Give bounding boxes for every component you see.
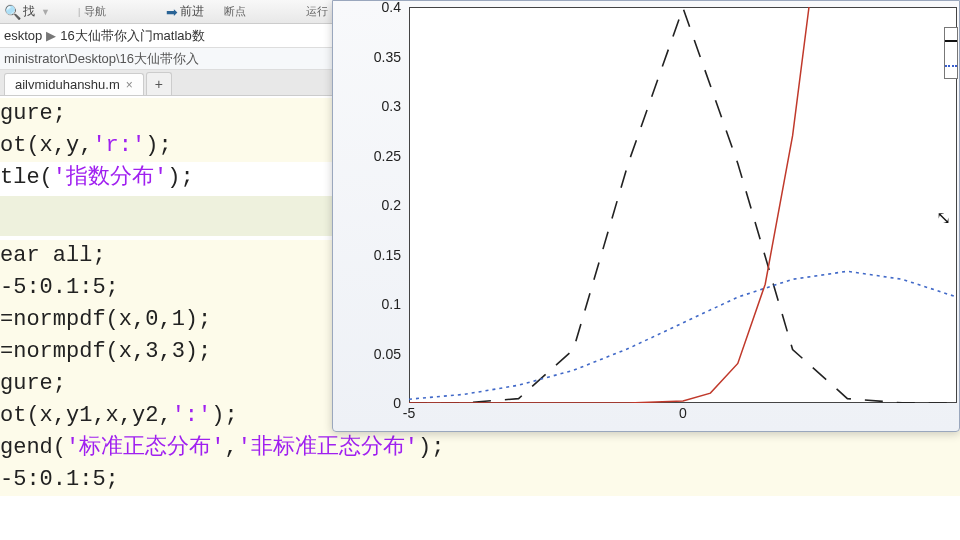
legend[interactable] (944, 27, 958, 79)
cursor-icon: ⤡ (936, 207, 951, 229)
find-button[interactable]: 🔍 找 ▼ (4, 3, 54, 20)
plot-lines (409, 7, 957, 403)
y-tick-label: 0.2 (382, 197, 401, 213)
y-tick-label: 0.3 (382, 98, 401, 114)
y-tick-label: 0.25 (374, 148, 401, 164)
file-tab[interactable]: ailvmiduhanshu.m × (4, 73, 144, 95)
legend-marker-nonstandard (945, 65, 957, 67)
x-tick-label: 0 (679, 405, 687, 421)
y-tick-label: 0.1 (382, 296, 401, 312)
y-tick-label: 0 (393, 395, 401, 411)
add-tab-button[interactable]: + (146, 72, 172, 95)
y-axis: 00.050.10.150.20.250.30.350.4 (333, 7, 409, 403)
chevron-right-icon: ▶ (46, 28, 56, 43)
series-line-red (409, 7, 809, 403)
plot-axes[interactable]: ⤡ (409, 7, 957, 403)
close-icon[interactable]: × (126, 78, 133, 92)
y-tick-label: 0.35 (374, 49, 401, 65)
find-icon: 🔍 (4, 4, 21, 20)
step-button[interactable]: ➡ 前进 (166, 3, 204, 20)
x-tick-label: -5 (403, 405, 415, 421)
x-axis: -50 (409, 401, 957, 425)
svg-rect-0 (410, 8, 957, 403)
series-line (409, 271, 957, 399)
tab-label: ailvmiduhanshu.m (15, 77, 120, 92)
dropdown-icon: ▼ (41, 7, 50, 17)
legend-marker-standard (945, 40, 957, 42)
figure-window[interactable]: 00.050.10.150.20.250.30.350.4 ⤡ -50 (332, 0, 960, 432)
forward-icon: ➡ (166, 4, 178, 20)
y-tick-label: 0.4 (382, 0, 401, 15)
y-tick-label: 0.05 (374, 346, 401, 362)
ribbon-group-break: 断点 (224, 4, 246, 19)
y-tick-label: 0.15 (374, 247, 401, 263)
ribbon-group-nav: 导航 (84, 4, 106, 19)
series-line (409, 8, 957, 403)
code-line: -5:0.1:5; (0, 464, 960, 496)
ribbon-group-run: 运行 (306, 4, 328, 19)
code-line: gend('标准正态分布','非标准正态分布'); (0, 432, 960, 464)
